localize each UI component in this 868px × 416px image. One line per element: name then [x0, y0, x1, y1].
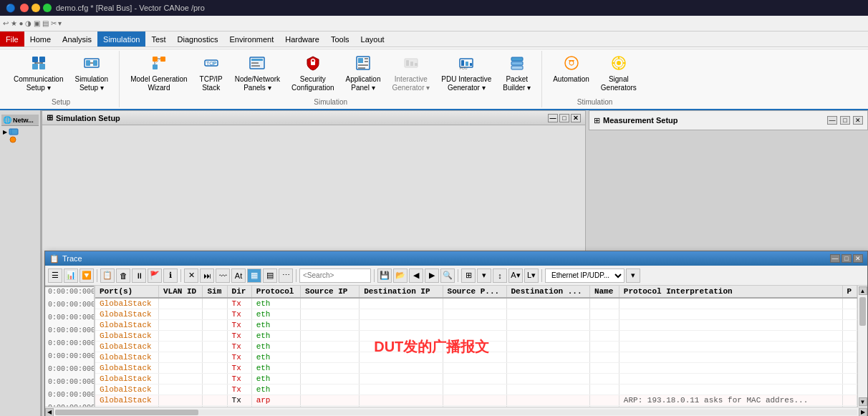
- trace-restore[interactable]: □: [842, 254, 852, 263]
- toolbar-at-btn[interactable]: At: [231, 269, 246, 283]
- table-row[interactable]: GlobalStack Txeth: [95, 384, 857, 395]
- svg-rect-40: [470, 63, 472, 66]
- model-generation-button[interactable]: Model GenerationWizard: [125, 52, 193, 95]
- node-network-button[interactable]: Node/NetworkPanels ▾: [230, 52, 285, 95]
- scroll-right-btn[interactable]: ▶: [859, 408, 867, 417]
- cell-vlan: [158, 309, 203, 320]
- scroll-down-btn[interactable]: ▼: [859, 397, 867, 406]
- menu-file[interactable]: File: [0, 32, 24, 47]
- toolbar-skip-btn[interactable]: ⏭: [200, 269, 214, 283]
- tcp-ip-button[interactable]: TCP IP TCP/IPStack: [194, 52, 228, 95]
- packet-builder-icon: [508, 54, 526, 74]
- table-row[interactable]: GlobalStack Txeth: [95, 363, 857, 374]
- toolbar-list-btn[interactable]: ☰: [48, 269, 62, 283]
- toolbar-more-btn[interactable]: ⋯: [279, 269, 293, 283]
- sim-setup-minimize[interactable]: —: [548, 114, 558, 122]
- trace-close[interactable]: ✕: [853, 254, 863, 263]
- toolbar-save-btn[interactable]: 💾: [377, 269, 392, 283]
- menu-layout[interactable]: Layout: [355, 32, 390, 47]
- app-panel-button[interactable]: ApplicationPanel ▾: [341, 52, 386, 95]
- interactive-gen-button[interactable]: InteractiveGenerator ▾: [387, 52, 435, 95]
- table-row[interactable]: GlobalStack Tx eth: [95, 309, 857, 320]
- minimize-icon[interactable]: [32, 4, 40, 12]
- measurement-restore[interactable]: □: [840, 116, 850, 125]
- scroll-up-btn[interactable]: ▲: [859, 286, 867, 295]
- menu-home[interactable]: Home: [24, 32, 57, 47]
- h-scroll-thumb[interactable]: [55, 410, 198, 415]
- maximize-icon[interactable]: [43, 4, 52, 12]
- cell-proto: eth: [251, 320, 300, 331]
- menu-analysis[interactable]: Analysis: [57, 32, 97, 47]
- toolbar-A-btn[interactable]: A▾: [508, 269, 523, 283]
- trace-search-input[interactable]: [299, 269, 371, 283]
- filter-protocol-dropdown[interactable]: Ethernet IP/UDP...: [545, 269, 625, 283]
- automation-button[interactable]: Automation: [548, 52, 594, 86]
- cell-p: [842, 309, 857, 320]
- sim-setup-close[interactable]: ✕: [571, 114, 581, 122]
- trace-minimize[interactable]: —: [830, 254, 840, 263]
- menu-environment[interactable]: Environment: [223, 32, 279, 47]
- menu-hardware[interactable]: Hardware: [279, 32, 325, 47]
- toolbar-info-btn[interactable]: ℹ: [163, 269, 178, 283]
- network-item-2[interactable]: [9, 136, 17, 143]
- security-config-button[interactable]: SecurityConfiguration: [286, 52, 339, 95]
- svg-rect-34: [406, 60, 409, 66]
- table-row[interactable]: GlobalStack Tx eth: [95, 320, 857, 331]
- security-config-icon: [304, 54, 322, 74]
- toolbar-nav-left[interactable]: ◀: [409, 269, 423, 283]
- sim-setup-restore[interactable]: □: [559, 114, 569, 122]
- scroll-thumb[interactable]: [859, 297, 866, 326]
- toolbar-filter-btn[interactable]: 🔽: [79, 269, 94, 283]
- svg-rect-30: [365, 61, 368, 62]
- toolbar-zoom-btn[interactable]: 🔍: [440, 269, 455, 283]
- menu-simulation[interactable]: Simulation: [97, 32, 145, 47]
- toolbar-stop-btn[interactable]: ✕: [184, 269, 198, 283]
- toolbar-grid-btn[interactable]: ▦: [247, 269, 261, 283]
- pdu-interactive-button[interactable]: PDU PDU InteractiveGenerator ▾: [436, 52, 496, 95]
- horizontal-scrollbar[interactable]: ◀ ▶: [45, 407, 867, 416]
- table-row[interactable]: GlobalStack Txeth: [95, 374, 857, 384]
- menu-tools[interactable]: Tools: [325, 32, 355, 47]
- table-row[interactable]: GlobalStack Txeth: [95, 352, 857, 363]
- table-row[interactable]: GlobalStack Txeth: [95, 331, 857, 342]
- ribbon-group-setup: CommunicationSetup ▾ SimulationSetup ▾ S…: [3, 51, 120, 107]
- trace-toolbar: ☰ 📊 🔽 📋 🗑 ⏸ 🚩 ℹ ✕ ⏭ 〰 At ▦ ▤ ⋯ 💾 📂 ◀ ▶ 🔍: [45, 266, 867, 286]
- toolbar-frames-btn[interactable]: ⊞: [461, 269, 476, 283]
- toolbar-flag-btn[interactable]: 🚩: [148, 269, 162, 283]
- toolbar-filter2-btn[interactable]: ▾: [477, 269, 491, 283]
- table-row[interactable]: GlobalStack Tx eth: [95, 298, 857, 309]
- measurement-close[interactable]: ✕: [853, 116, 863, 125]
- toolbar-sep-6: [541, 269, 542, 282]
- toolbar-open-btn[interactable]: 📂: [393, 269, 408, 283]
- cell-dstp: [506, 309, 589, 320]
- close-icon[interactable]: [20, 4, 29, 12]
- trace-table-container[interactable]: Port(s) VLAN ID Sim Dir Protocol Source …: [95, 286, 857, 407]
- measurement-minimize[interactable]: —: [827, 116, 837, 125]
- svg-rect-8: [86, 60, 90, 66]
- toolbar-sort-btn[interactable]: ↕: [493, 269, 507, 283]
- toolbar-grid2-btn[interactable]: ▤: [263, 269, 277, 283]
- toolbar-pause-btn[interactable]: ⏸: [132, 269, 146, 283]
- signal-gen-label: SignalGenerators: [601, 75, 637, 92]
- packet-builder-button[interactable]: PacketBuilder ▾: [498, 52, 536, 95]
- menu-test[interactable]: Test: [145, 32, 171, 47]
- menu-diagnostics[interactable]: Diagnostics: [172, 32, 224, 47]
- communication-setup-button[interactable]: CommunicationSetup ▾: [9, 52, 68, 95]
- left-panel: 🌐 Netw... ▶: [0, 110, 42, 416]
- toolbar-chart-btn[interactable]: 📊: [64, 269, 78, 283]
- simulation-setup-button[interactable]: SimulationSetup ▾: [69, 52, 113, 95]
- scroll-left-btn[interactable]: ◀: [45, 408, 54, 417]
- signal-gen-button[interactable]: SignalGenerators: [596, 52, 642, 95]
- toolbar-nav-right[interactable]: ▶: [425, 269, 439, 283]
- toolbar-copy-btn[interactable]: 📋: [100, 269, 115, 283]
- toolbar-sep-4: [374, 269, 375, 282]
- toolbar-delete-btn[interactable]: 🗑: [116, 269, 130, 283]
- table-row[interactable]: GlobalStack Txeth: [95, 342, 857, 352]
- sim-setup-icon: [83, 54, 100, 74]
- toolbar-L-btn[interactable]: L▾: [524, 269, 539, 283]
- vertical-scrollbar[interactable]: ▲ ▼: [857, 286, 867, 407]
- network-item-1[interactable]: ▶: [3, 128, 19, 135]
- table-row-arp[interactable]: GlobalStack Tx arp ARP: 193.18.0.11 asks…: [95, 395, 857, 406]
- toolbar-dropdown-btn[interactable]: ▾: [626, 269, 640, 283]
- toolbar-wave-btn[interactable]: 〰: [216, 269, 230, 283]
